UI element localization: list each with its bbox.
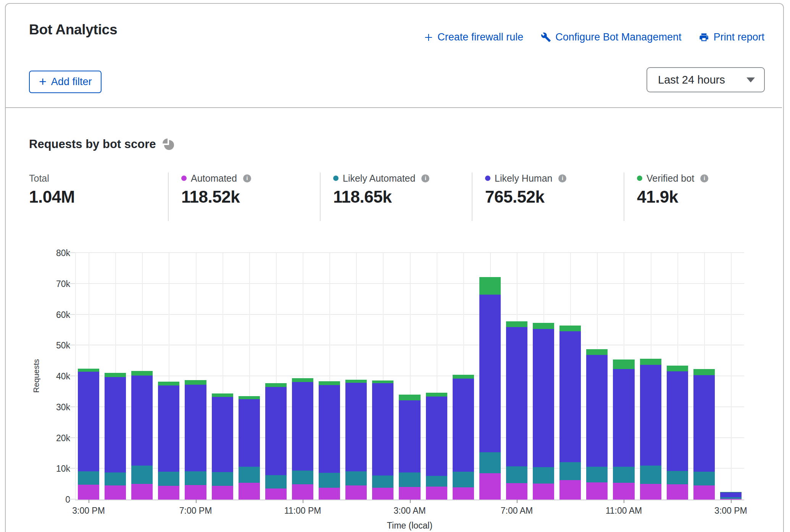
bar-segment-verified-bot xyxy=(239,396,260,399)
y-axis: 010k20k30k40k50k60k70k80k xyxy=(38,253,70,500)
x-axis-tick xyxy=(303,500,303,503)
bar-segment-automated xyxy=(158,486,179,500)
bar-6-00-am[interactable] xyxy=(479,253,501,500)
bar-12-00-pm[interactable] xyxy=(640,253,661,500)
bar-3-00-pm[interactable] xyxy=(78,253,99,500)
create-firewall-rule-link[interactable]: Create firewall rule xyxy=(424,31,523,43)
bar-1-00-pm[interactable] xyxy=(667,253,688,500)
x-axis-tick xyxy=(731,500,732,503)
bar-segment-verified-bot xyxy=(559,326,581,331)
bar-segment-likely-automated xyxy=(78,471,99,485)
bar-segment-verified-bot xyxy=(453,375,474,379)
bar-3-00-am[interactable] xyxy=(399,253,420,500)
bar-4-00-pm[interactable] xyxy=(105,253,126,500)
x-axis-tick xyxy=(517,500,518,503)
bar-segment-verified-bot xyxy=(426,393,447,397)
stat-verified-bot-label[interactable]: Verified bot xyxy=(647,173,694,184)
bar-segment-verified-bot xyxy=(265,383,287,387)
bar-segment-verified-bot xyxy=(319,381,340,385)
bar-10-00-am[interactable] xyxy=(586,253,608,500)
x-axis-label: 11:00 PM xyxy=(284,506,321,516)
bar-segment-likely-human xyxy=(426,397,447,476)
bar-segment-automated xyxy=(399,487,420,500)
bar-segment-verified-bot xyxy=(158,382,179,385)
info-icon[interactable]: i xyxy=(243,174,251,182)
x-axis-label: 7:00 AM xyxy=(501,506,533,516)
stat-divider xyxy=(472,172,472,221)
gridline-v xyxy=(75,253,76,500)
likely-automated-legend-dot xyxy=(333,176,339,181)
bar-segment-automated xyxy=(613,483,634,500)
bar-segment-automated xyxy=(265,488,287,500)
bar-segment-automated xyxy=(78,485,99,500)
bar-segment-likely-automated xyxy=(265,475,287,488)
bar-9-00-pm[interactable] xyxy=(239,253,260,500)
plus-icon: + xyxy=(39,75,47,88)
bar-segment-likely-automated xyxy=(559,462,581,480)
section-title-row: Requests by bot score xyxy=(29,137,174,151)
bar-segment-automated xyxy=(693,485,715,500)
bar-segment-likely-human xyxy=(131,376,153,466)
y-axis-label: 20k xyxy=(56,433,70,443)
bar-segment-automated xyxy=(720,499,742,500)
bar-segment-automated xyxy=(453,487,474,500)
bar-5-00-pm[interactable] xyxy=(131,253,153,500)
add-filter-label: Add filter xyxy=(51,76,92,88)
bar-7-00-am[interactable] xyxy=(506,253,527,500)
bar-segment-likely-human xyxy=(667,371,688,471)
bar-segment-likely-automated xyxy=(131,466,153,484)
bar-3-00-pm[interactable] xyxy=(720,253,742,500)
info-icon[interactable]: i xyxy=(421,174,429,182)
bar-9-00-am[interactable] xyxy=(559,253,581,500)
time-range-dropdown[interactable]: Last 24 hours xyxy=(647,67,765,92)
bar-segment-likely-human xyxy=(158,385,179,472)
wrench-icon xyxy=(541,32,551,42)
bar-segment-automated xyxy=(426,487,447,500)
bar-segment-likely-human xyxy=(533,329,554,467)
info-icon[interactable]: i xyxy=(558,174,566,182)
bar-segment-automated xyxy=(185,485,206,500)
x-axis-tick xyxy=(89,500,89,503)
info-icon[interactable]: i xyxy=(700,174,708,182)
add-filter-button[interactable]: + Add filter xyxy=(29,71,102,93)
bar-12-00-am[interactable] xyxy=(319,253,340,500)
bar-segment-likely-human xyxy=(319,385,340,473)
bar-segment-automated xyxy=(212,486,233,500)
stat-likely-human-label[interactable]: Likely Human xyxy=(495,173,552,184)
stat-likely-automated-label[interactable]: Likely Automated xyxy=(343,173,415,184)
print-report-link[interactable]: Print report xyxy=(699,31,764,43)
bar-segment-verified-bot xyxy=(506,321,527,327)
bar-segment-automated xyxy=(559,480,581,500)
bar-11-00-am[interactable] xyxy=(613,253,634,500)
bar-segment-likely-automated xyxy=(399,472,420,487)
bar-8-00-am[interactable] xyxy=(533,253,554,500)
bar-segment-likely-automated xyxy=(239,467,260,482)
bar-8-00-pm[interactable] xyxy=(212,253,233,500)
bar-segment-verified-bot xyxy=(78,369,99,372)
bar-segment-automated xyxy=(105,485,126,500)
bar-7-00-pm[interactable] xyxy=(185,253,206,500)
bar-segment-likely-automated xyxy=(506,466,527,483)
bar-6-00-pm[interactable] xyxy=(158,253,179,500)
x-axis-tick xyxy=(624,500,624,503)
configure-bot-management-link[interactable]: Configure Bot Management xyxy=(541,31,681,43)
bar-segment-likely-human xyxy=(693,375,715,472)
bar-10-00-pm[interactable] xyxy=(265,253,287,500)
bar-5-00-am[interactable] xyxy=(453,253,474,500)
bar-1-00-am[interactable] xyxy=(345,253,367,500)
bar-segment-likely-automated xyxy=(453,472,474,487)
stat-total: Total 1.04M xyxy=(29,172,159,206)
y-axis-label: 30k xyxy=(56,402,70,412)
bar-segment-automated xyxy=(131,484,153,500)
stat-automated-label[interactable]: Automated xyxy=(191,173,237,184)
bar-4-00-am[interactable] xyxy=(426,253,447,500)
bar-2-00-pm[interactable] xyxy=(693,253,715,500)
chevron-down-icon xyxy=(746,77,755,82)
y-axis-label: 80k xyxy=(56,248,70,258)
print-report-label: Print report xyxy=(713,31,764,43)
bar-11-00-pm[interactable] xyxy=(292,253,313,500)
bar-segment-likely-human xyxy=(345,383,367,471)
time-range-value: Last 24 hours xyxy=(658,74,725,86)
bar-2-00-am[interactable] xyxy=(372,253,393,500)
y-axis-tick xyxy=(68,345,75,345)
